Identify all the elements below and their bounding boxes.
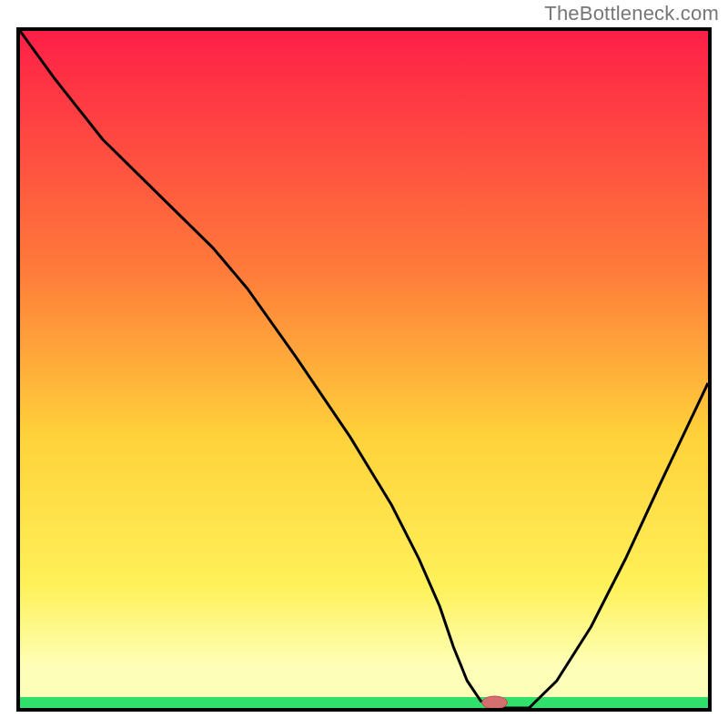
watermark-text: TheBottleneck.com [544,2,719,25]
frame-edge [16,708,712,712]
frame-edge [708,27,712,712]
optimum-marker [482,696,508,708]
green-band [20,697,708,708]
chart-svg [20,31,708,708]
plot-area [20,31,708,708]
gradient-background [20,31,708,708]
